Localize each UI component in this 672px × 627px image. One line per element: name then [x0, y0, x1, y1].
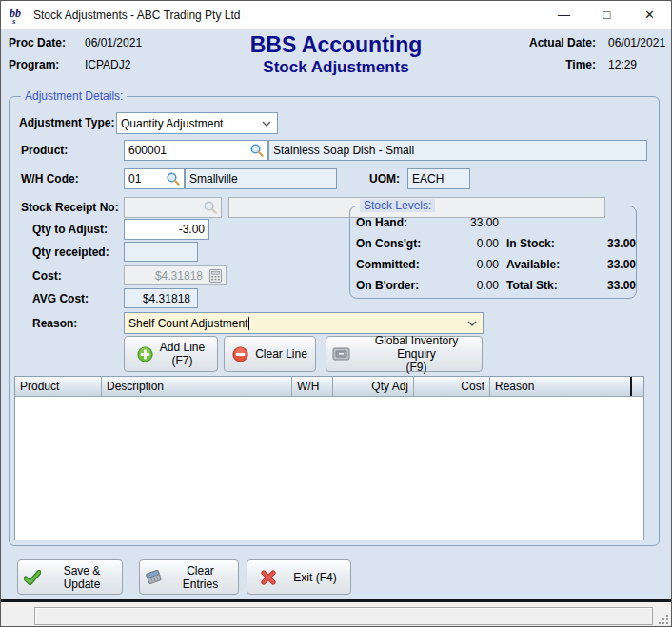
qty-to-adjust-field[interactable]: [124, 219, 209, 240]
chevron-down-icon: [260, 117, 273, 130]
stock-level-value: 33.00: [584, 258, 636, 271]
clear-entries-label: Clear Entries: [168, 564, 232, 591]
stock-level-label: On Hand:: [356, 216, 444, 229]
svg-text:s: s: [11, 16, 16, 25]
text-cursor: [248, 317, 249, 330]
maximize-button[interactable]: □: [585, 1, 628, 29]
clear-line-label: Clear Line: [255, 347, 307, 361]
window-title: Stock Adjustments - ABC Trading Pty Ltd: [33, 9, 543, 22]
grid-header-cost[interactable]: Cost: [414, 377, 490, 396]
stock-level-value: [584, 216, 636, 229]
avg-cost-label: AVG Cost:: [32, 292, 89, 305]
grid-header-wh[interactable]: W/H: [292, 377, 333, 396]
global-inventory-enquiry-key: (F9): [406, 361, 427, 374]
avg-cost-value: $4.31818: [143, 292, 190, 305]
stock-level-label: Committed:: [356, 258, 444, 271]
reason-combobox[interactable]: Shelf Count Adjustment: [124, 312, 484, 334]
grid-header-qty-adj[interactable]: Qty Adj: [333, 377, 414, 396]
status-message-panel: [34, 607, 653, 625]
close-button[interactable]: ✕: [628, 1, 671, 29]
stock-receipt-label: Stock Receipt No:: [21, 201, 119, 214]
qty-receipted-label: Qty receipted:: [32, 245, 109, 259]
calculator-icon[interactable]: [208, 268, 223, 283]
reason-label: Reason:: [32, 317, 77, 330]
stock-levels-group: Stock Levels: On Hand: 33.00 On Cons'gt:…: [349, 206, 637, 299]
product-code-input[interactable]: [128, 144, 264, 157]
stock-level-value: 33.00: [584, 237, 636, 250]
grid-header-reason[interactable]: Reason: [490, 377, 630, 396]
cost-value: $4.31818: [155, 269, 203, 283]
stock-level-label: Total Stk:: [499, 279, 584, 292]
clear-entries-button[interactable]: Clear Entries: [139, 559, 239, 595]
cost-label: Cost:: [32, 269, 62, 283]
grid-body[interactable]: [15, 397, 643, 540]
wh-code-label: W/H Code:: [21, 172, 79, 186]
qty-to-adjust-input[interactable]: [128, 223, 205, 236]
stock-level-value: 0.00: [444, 279, 499, 292]
chevron-down-icon: [465, 317, 479, 330]
grid-header-product[interactable]: Product: [15, 377, 102, 396]
eraser-icon: [146, 569, 162, 585]
stock-level-label: Available:: [499, 258, 584, 271]
stock-adjustments-window: bb s Stock Adjustments - ABC Trading Pty…: [0, 0, 672, 627]
checkmark-icon: [24, 570, 41, 585]
clear-line-button[interactable]: Clear Line: [224, 336, 316, 372]
stock-level-value: 0.00: [444, 258, 499, 271]
qty-to-adjust-label: Qty to Adjust:: [32, 223, 108, 236]
wh-search-icon[interactable]: [166, 171, 181, 186]
stock-receipt-field: [124, 197, 222, 218]
grid-header-filler: [630, 377, 643, 396]
wh-code-field[interactable]: [124, 168, 185, 189]
actual-date-label: Actual Date:: [516, 36, 596, 49]
adjustment-type-value: Quantity Adjustment: [121, 117, 223, 130]
add-line-button[interactable]: Add Line (F7): [124, 336, 218, 372]
cost-field: $4.31818: [124, 265, 227, 285]
save-update-button[interactable]: Save & Update: [17, 559, 123, 595]
stock-levels-caption: Stock Levels:: [360, 199, 435, 212]
grid-header-description[interactable]: Description: [102, 377, 292, 396]
exit-label: Exit (F4): [293, 571, 336, 584]
exit-x-icon: [261, 570, 276, 585]
grid-header-row: Product Description W/H Qty Adj Cost Rea…: [15, 377, 643, 397]
product-code-field[interactable]: [124, 140, 268, 161]
adjustment-lines-grid: Product Description W/H Qty Adj Cost Rea…: [14, 376, 644, 540]
title-bar: bb s Stock Adjustments - ABC Trading Pty…: [1, 1, 671, 29]
save-update-label: Save & Update: [48, 564, 116, 591]
stock-level-value: 0.00: [444, 237, 499, 250]
adjustment-type-combobox[interactable]: Quantity Adjustment: [116, 112, 278, 134]
product-search-icon[interactable]: [249, 143, 265, 158]
uom-field: EACH: [407, 168, 470, 189]
global-inventory-enquiry-label: Global Inventory Enquiry: [375, 334, 458, 361]
adjustment-details-caption: Adjustment Details:: [21, 89, 127, 103]
stock-level-label: On Cons'gt:: [356, 237, 444, 250]
stock-level-value: 33.00: [444, 216, 499, 229]
stock-receipt-search-icon: [203, 200, 218, 215]
uom-value: EACH: [412, 172, 444, 186]
adjustment-details-group: Adjustment Details: Adjustment Type: Qua…: [9, 96, 660, 546]
exit-button[interactable]: Exit (F4): [247, 559, 351, 595]
stock-level-label: [499, 216, 584, 229]
avg-cost-field: $4.31818: [124, 288, 198, 308]
qty-receipted-field: [124, 242, 198, 262]
wh-name-field: Smallville: [185, 168, 337, 189]
header-right: Actual Date: 06/01/2021 Time: 12:29: [516, 36, 662, 80]
status-bar: [1, 602, 671, 627]
adjustment-type-label: Adjustment Type:: [19, 116, 114, 129]
add-icon: [137, 346, 153, 362]
time-label: Time:: [516, 58, 596, 71]
add-line-key: (F7): [172, 354, 193, 367]
reason-value: Shelf Count Adjustment: [128, 317, 247, 330]
stock-level-value: 33.00: [584, 279, 636, 292]
product-description-field: Stainless Soap Dish - Small: [268, 140, 647, 161]
product-label: Product:: [21, 144, 68, 157]
time-value: 12:29: [596, 58, 662, 71]
resize-grip[interactable]: [658, 614, 669, 625]
global-inventory-enquiry-button[interactable]: Global Inventory Enquiry (F9): [326, 336, 483, 372]
stock-level-label: On B'order:: [356, 279, 444, 292]
wh-name-value: Smallville: [189, 172, 238, 186]
app-logo-icon: bb s: [9, 6, 28, 25]
stock-levels-table: On Hand: 33.00 On Cons'gt: 0.00 In Stock…: [356, 216, 628, 292]
actual-date-value: 06/01/2021: [596, 36, 662, 49]
stock-level-label: In Stock:: [499, 237, 584, 250]
minimize-button[interactable]: —: [543, 1, 585, 29]
